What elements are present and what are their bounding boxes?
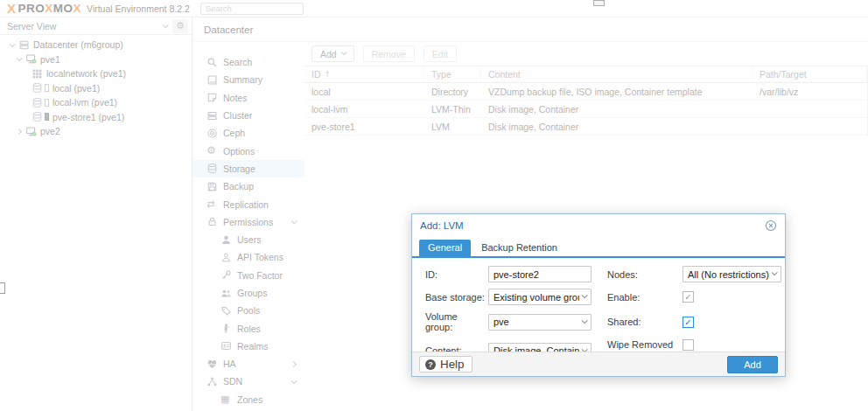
enable-label: Enable: <box>607 292 682 303</box>
id-input[interactable] <box>488 266 592 282</box>
tab-backup-retention[interactable]: Backup Retention <box>472 240 566 256</box>
chevron-down-icon <box>772 269 778 275</box>
chevron-down-icon <box>582 317 588 324</box>
help-button[interactable]: ?Help <box>419 356 472 373</box>
dialog-add-button[interactable]: Add <box>727 356 778 373</box>
volume-group-select[interactable]: pve <box>488 314 592 331</box>
volume-group-label: Volume group: <box>425 311 488 332</box>
question-icon: ? <box>425 359 436 370</box>
dialog-tab-bar: General Backup Retention <box>412 237 785 258</box>
dialog-form: ID: Nodes: All (No restrictions) Base st… <box>412 258 785 364</box>
base-storage-label: Base storage: <box>425 292 488 303</box>
add-lvm-dialog: Add: LVM General Backup Retention ID: No… <box>411 213 786 377</box>
dialog-footer: ?Help Add <box>412 352 785 376</box>
artifact-box <box>0 282 5 294</box>
tab-general[interactable]: General <box>419 240 471 256</box>
id-label: ID: <box>425 269 488 280</box>
base-storage-select[interactable]: Existing volume groups <box>488 289 592 305</box>
artifact-box <box>593 0 605 6</box>
wipe-removed-volumes-checkbox[interactable] <box>682 339 694 351</box>
nodes-select[interactable]: All (No restrictions) <box>682 266 781 282</box>
chevron-down-icon <box>582 292 588 298</box>
close-icon[interactable] <box>765 219 777 232</box>
dialog-header: Add: LVM <box>412 214 785 237</box>
nodes-label: Nodes: <box>607 269 682 280</box>
shared-label: Shared: <box>607 317 682 327</box>
shared-checkbox[interactable] <box>682 317 694 328</box>
dialog-title: Add: LVM <box>420 220 765 231</box>
enable-checkbox[interactable] <box>682 291 694 303</box>
